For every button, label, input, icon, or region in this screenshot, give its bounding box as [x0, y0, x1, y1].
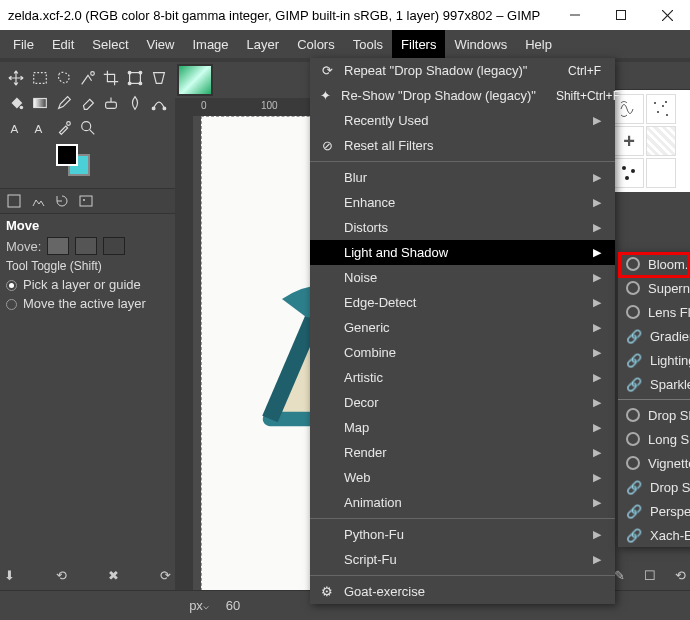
text-tool[interactable]: A: [4, 116, 28, 140]
brush-cell[interactable]: [614, 158, 644, 188]
menu-filters[interactable]: Filters: [392, 30, 445, 58]
clone-tool[interactable]: [99, 91, 123, 115]
zoom-tool[interactable]: [76, 116, 100, 140]
menu-layer[interactable]: Layer: [238, 30, 289, 58]
submenu-xach-effect[interactable]: 🔗Xach-Effe: [618, 523, 690, 547]
submenu-drop-shadow[interactable]: Drop Sha: [618, 403, 690, 427]
submenu-supernova[interactable]: Supernov: [618, 276, 690, 300]
image-tab-thumbnail[interactable]: [177, 64, 213, 96]
gear-icon: ⚙: [320, 585, 334, 599]
text-tool-2[interactable]: A: [28, 116, 52, 140]
warp-tool[interactable]: [147, 66, 171, 90]
submenu-lighting-effects[interactable]: 🔗Lighting E: [618, 348, 690, 372]
menu-help[interactable]: Help: [516, 30, 561, 58]
brush-cell[interactable]: [646, 126, 676, 156]
crop-tool[interactable]: [99, 66, 123, 90]
menu-image[interactable]: Image: [183, 30, 237, 58]
filters-repeat[interactable]: ⟳ Repeat "Drop Shadow (legacy)" Ctrl+F: [310, 58, 615, 83]
restore-preset-icon[interactable]: ⟲: [56, 568, 67, 583]
gegl-icon: [626, 305, 640, 319]
save-preset-icon[interactable]: ⬇: [4, 568, 15, 583]
filters-reshow[interactable]: ✦ Re-Show "Drop Shadow (legacy)" Shift+C…: [310, 83, 615, 108]
brush-cell[interactable]: [646, 94, 676, 124]
smudge-tool[interactable]: [123, 91, 147, 115]
color-selector[interactable]: [56, 144, 96, 180]
filters-recent[interactable]: Recently Used▶: [310, 108, 615, 133]
filters-reset[interactable]: ⊘Reset all Filters: [310, 133, 615, 158]
filters-python-fu[interactable]: Python-Fu▶: [310, 522, 615, 547]
filters-edge-detect[interactable]: Edge-Detect▶: [310, 290, 615, 315]
menu-file[interactable]: File: [4, 30, 43, 58]
move-tool[interactable]: [4, 66, 28, 90]
unit-dropdown[interactable]: px ⌵: [188, 595, 210, 617]
right-dock-tabs[interactable]: [610, 62, 690, 90]
vertical-ruler[interactable]: [175, 116, 193, 590]
filters-blur[interactable]: Blur▶: [310, 165, 615, 190]
filters-web[interactable]: Web▶: [310, 465, 615, 490]
tool-options-footer: ⬇ ⟲ ✖ ⟳: [0, 560, 175, 590]
submenu-vignette[interactable]: Vignette..: [618, 451, 690, 475]
pencil-tool[interactable]: [52, 91, 76, 115]
free-select-tool[interactable]: [52, 66, 76, 90]
filters-enhance[interactable]: Enhance▶: [310, 190, 615, 215]
light-shadow-submenu: Bloom... Supernov Lens Flare 🔗Gradient 🔗…: [618, 252, 690, 547]
reset-preset-icon[interactable]: ⟳: [160, 568, 171, 583]
filters-map[interactable]: Map▶: [310, 415, 615, 440]
rect-select-tool[interactable]: [28, 66, 52, 90]
filters-script-fu[interactable]: Script-Fu▶: [310, 547, 615, 572]
path-tool[interactable]: [147, 91, 171, 115]
dock-tabs: [0, 188, 175, 214]
move-opt-pick[interactable]: Pick a layer or guide: [0, 275, 175, 294]
submenu-bloom[interactable]: Bloom...: [618, 252, 690, 276]
move-mode-selection[interactable]: [75, 237, 97, 255]
device-status-tab[interactable]: [30, 193, 46, 209]
move-mode-path[interactable]: [103, 237, 125, 255]
gradient-tool[interactable]: [28, 91, 52, 115]
submenu-lens-flare[interactable]: Lens Flare: [618, 300, 690, 324]
filters-render[interactable]: Render▶: [310, 440, 615, 465]
menu-colors[interactable]: Colors: [288, 30, 344, 58]
filters-generic[interactable]: Generic▶: [310, 315, 615, 340]
submenu-sparkle[interactable]: 🔗Sparkle...: [618, 372, 690, 396]
submenu-long-shadow[interactable]: Long Sha: [618, 427, 690, 451]
minimize-button[interactable]: [552, 0, 598, 30]
filters-decor[interactable]: Decor▶: [310, 390, 615, 415]
submenu-drop-shadow-legacy[interactable]: 🔗Drop Sha: [618, 475, 690, 499]
filters-light-and-shadow[interactable]: Light and Shadow▶: [310, 240, 615, 265]
bucket-fill-tool[interactable]: [4, 91, 28, 115]
menu-select[interactable]: Select: [83, 30, 137, 58]
filters-animation[interactable]: Animation▶: [310, 490, 615, 515]
menu-tools[interactable]: Tools: [344, 30, 392, 58]
filters-artistic[interactable]: Artistic▶: [310, 365, 615, 390]
move-mode-layer[interactable]: [47, 237, 69, 255]
zoom-dropdown[interactable]: 60: [222, 595, 244, 617]
filters-distorts[interactable]: Distorts▶: [310, 215, 615, 240]
maximize-button[interactable]: [598, 0, 644, 30]
brush-cell[interactable]: [646, 158, 676, 188]
menu-windows[interactable]: Windows: [445, 30, 516, 58]
submenu-gradient-flare[interactable]: 🔗Gradient: [618, 324, 690, 348]
delete-preset-icon[interactable]: ✖: [108, 568, 119, 583]
filters-goat-exercise[interactable]: ⚙Goat-exercise: [310, 579, 615, 604]
submenu-perspective[interactable]: 🔗Perspecti: [618, 499, 690, 523]
edit-brush-icon[interactable]: ✎: [614, 568, 625, 583]
filters-noise[interactable]: Noise▶: [310, 265, 615, 290]
images-tab[interactable]: [78, 193, 94, 209]
tool-options-tab[interactable]: [6, 193, 22, 209]
menu-view[interactable]: View: [138, 30, 184, 58]
filters-combine[interactable]: Combine▶: [310, 340, 615, 365]
move-label: Move:: [6, 239, 41, 254]
move-opt-active[interactable]: Move the active layer: [0, 294, 175, 313]
undo-history-tab[interactable]: [54, 193, 70, 209]
menubar: File Edit Select View Image Layer Colors…: [0, 30, 690, 58]
fg-color-swatch[interactable]: [56, 144, 78, 166]
refresh-brush-icon[interactable]: ⟲: [675, 568, 686, 583]
menu-edit[interactable]: Edit: [43, 30, 83, 58]
eraser-tool[interactable]: [76, 91, 100, 115]
color-picker-tool[interactable]: [52, 116, 76, 140]
transform-tool[interactable]: [123, 66, 147, 90]
brush-cell[interactable]: +: [614, 126, 644, 156]
fuzzy-select-tool[interactable]: [76, 66, 100, 90]
new-brush-icon[interactable]: ☐: [644, 568, 656, 583]
close-button[interactable]: [644, 0, 690, 30]
